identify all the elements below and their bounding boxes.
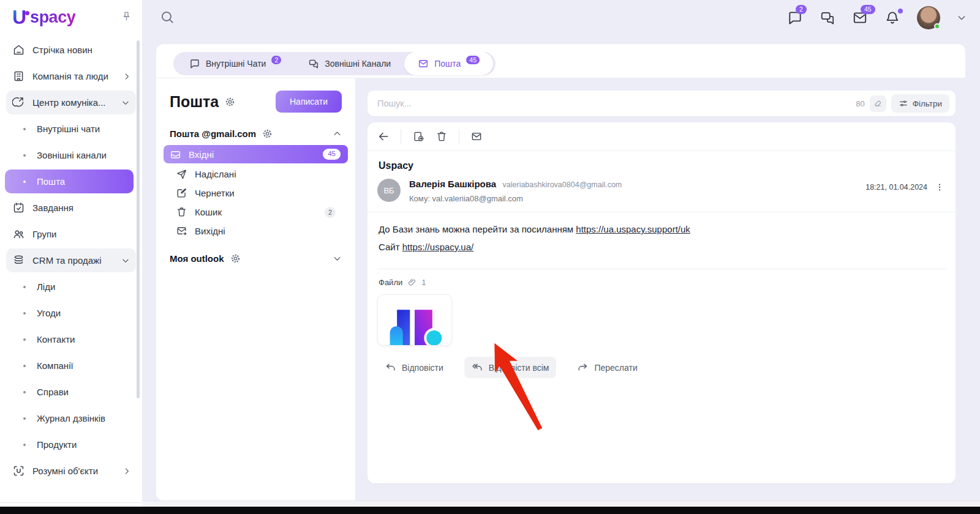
back-arrow-icon[interactable] — [377, 130, 390, 143]
files-label: Файли — [379, 278, 402, 287]
sender-avatar: ВБ — [377, 179, 401, 202]
site-link[interactable]: https://uspacy.ua/ — [402, 242, 473, 252]
email-detail-card: Uspacy ВБ Валерія Башкірова valeriabashk… — [368, 122, 956, 483]
folder-badge: 2 — [325, 207, 336, 218]
comm-center-icon — [12, 96, 25, 109]
tab-external-channels[interactable]: Зовнішні Канали — [295, 52, 404, 75]
gmail-account-row[interactable]: Пошта @gmail.com — [170, 128, 342, 139]
reply-button[interactable]: Відповісти — [377, 357, 451, 378]
chat-badge: 2 — [796, 5, 807, 14]
reply-all-button[interactable]: Відповісти всім — [464, 357, 557, 378]
reply-label: Відповісти — [402, 363, 443, 373]
chevron-down-icon[interactable] — [333, 254, 342, 263]
folder-drafts[interactable]: Чернетки — [170, 184, 342, 202]
sidebar-item-leads[interactable]: Ліди — [0, 274, 142, 300]
building-icon — [12, 70, 25, 83]
mark-unread-icon[interactable] — [470, 130, 483, 143]
mail-icon[interactable]: 45 — [852, 10, 868, 26]
chat-icon[interactable]: 2 — [787, 10, 803, 26]
tab-internal-chats[interactable]: Внутрішні Чати 2 — [176, 52, 295, 75]
sidebar-item-label: Ліди — [37, 281, 55, 292]
online-status-dot — [934, 23, 940, 29]
folder-trash[interactable]: Кошик 2 — [170, 203, 342, 221]
chat-bubble-icon — [189, 58, 200, 69]
chevron-up-icon[interactable] — [333, 129, 342, 138]
sidebar-item-internal-chats[interactable]: Внутрішні чати — [0, 116, 142, 142]
send-icon — [176, 168, 187, 180]
main-panel: Внутрішні Чати 2 Зовнішні Канали Пошта 4… — [156, 44, 965, 501]
outlook-account-row[interactable]: Моя outlook — [170, 253, 342, 264]
logo[interactable]: U spacy — [0, 0, 142, 34]
account-settings-gear-icon[interactable] — [262, 128, 273, 139]
channels-icon[interactable] — [820, 10, 835, 26]
sidebar-item-activities[interactable]: Справи — [0, 379, 142, 405]
compose-button[interactable]: Написати — [276, 91, 342, 113]
folder-label: Вихідні — [195, 226, 225, 236]
uspacy-app: U spacy Стрічка новин Компанія та люди Ц… — [0, 0, 980, 514]
folder-label: Вхідні — [189, 149, 214, 160]
sidebar-item-company-people[interactable]: Компанія та люди — [0, 63, 142, 89]
folder-inbox[interactable]: Вхідні 45 — [164, 145, 348, 163]
bottom-strip — [142, 501, 980, 507]
sidebar-item-news-feed[interactable]: Стрічка новин — [0, 37, 142, 63]
email-subject: Uspacy — [368, 151, 956, 174]
sidebar-item-products[interactable]: Продукти — [0, 431, 142, 458]
filters-button[interactable]: Фільтри — [891, 94, 949, 113]
filters-label: Фільтри — [913, 99, 942, 108]
forward-button[interactable]: Переслати — [570, 357, 644, 378]
user-avatar[interactable] — [917, 6, 940, 29]
sidebar-item-label: Пошта — [37, 176, 65, 187]
sidebar-item-companies[interactable]: Компанії — [0, 352, 142, 379]
sidebar-item-crm-sales[interactable]: CRM та продажі — [6, 248, 136, 272]
clear-search-eraser-icon[interactable] — [870, 95, 886, 112]
sidebar-item-call-log[interactable]: Журнал дзвінків — [0, 405, 142, 431]
mail-panel-title: Пошта — [170, 93, 219, 111]
bullet-icon — [23, 365, 26, 367]
tab-mail[interactable]: Пошта 45 — [404, 52, 493, 75]
bullet-icon — [23, 181, 26, 183]
pin-sidebar-icon[interactable] — [121, 10, 132, 24]
sidebar-item-tasks[interactable]: Завдання — [0, 195, 142, 221]
attachment-thumbnail[interactable] — [377, 294, 452, 346]
chevron-right-icon — [123, 72, 131, 81]
paperclip-icon — [407, 278, 417, 287]
global-search-icon[interactable] — [159, 9, 175, 25]
search-input[interactable] — [377, 99, 856, 108]
bullet-icon — [23, 444, 26, 446]
outbox-icon — [176, 225, 187, 237]
sidebar-item-label: Журнал дзвінків — [37, 413, 105, 423]
envelope-icon — [418, 58, 429, 69]
reply-all-label: Відповісти всім — [489, 363, 549, 373]
move-to-folder-icon[interactable] — [412, 130, 424, 143]
delete-email-icon[interactable] — [435, 130, 448, 143]
sidebar-item-smart-objects[interactable]: Розумні об'єкти — [0, 458, 142, 484]
draft-pencil-icon — [176, 187, 187, 199]
sidebar-item-label: Розумні об'єкти — [32, 466, 98, 476]
sidebar-item-mail[interactable]: Пошта — [5, 169, 134, 193]
sidebar-item-groups[interactable]: Групи — [0, 221, 142, 247]
calendar-check-icon — [12, 201, 25, 214]
folder-label: Надіслані — [195, 169, 236, 179]
sidebar-item-communication-center[interactable]: Центр комуніка... — [6, 91, 136, 114]
notifications-bell-icon[interactable] — [884, 10, 900, 26]
sidebar-scrollbar[interactable] — [137, 40, 140, 398]
bullet-icon — [23, 154, 26, 157]
sidebar-item-external-channels[interactable]: Зовнішні канали — [0, 142, 142, 168]
knowledge-base-link[interactable]: https://ua.uspacy.support/uk — [576, 224, 690, 234]
mail-content-region: 80 Фільтри — [355, 78, 965, 501]
profile-chevron-icon[interactable] — [957, 13, 967, 23]
sidebar-item-deals[interactable]: Угоди — [0, 300, 142, 326]
files-count: 1 — [421, 278, 426, 287]
sidebar-item-label: Внутрішні чати — [37, 124, 100, 134]
account-settings-gear-icon[interactable] — [230, 253, 241, 264]
sidebar-item-contacts[interactable]: Контакти — [0, 326, 142, 352]
tab-label: Пошта — [434, 59, 461, 69]
divider — [459, 129, 459, 144]
mail-settings-gear-icon[interactable] — [225, 97, 235, 107]
email-toolbar — [368, 122, 956, 151]
notification-dot — [898, 9, 903, 13]
folder-sent[interactable]: Надіслані — [170, 165, 342, 183]
folder-outbox[interactable]: Вихідні — [170, 222, 342, 240]
more-options-icon[interactable] — [935, 182, 944, 192]
folder-label: Кошик — [195, 207, 222, 217]
